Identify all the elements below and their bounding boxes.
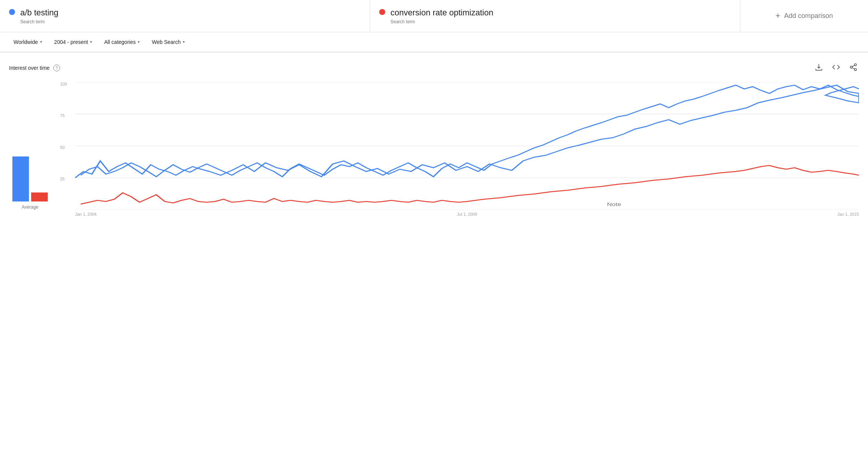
average-bars [12, 156, 48, 201]
download-button[interactable] [813, 62, 824, 75]
svg-line-4 [852, 65, 854, 67]
geo-filter-label: Worldwide [14, 39, 38, 45]
share-button[interactable] [848, 62, 859, 75]
chart-title-area: Interest over time ? [9, 65, 60, 71]
time-filter-button[interactable]: 2004 - present ▾ [50, 37, 96, 47]
term2-text: conversion rate optimization Search term [390, 8, 493, 24]
chart-actions [813, 62, 859, 75]
time-filter-chevron-icon: ▾ [90, 40, 92, 44]
add-comparison-button[interactable]: + Add comparison [740, 0, 868, 32]
search-term-1: a/b testing Search term [0, 0, 370, 32]
chart-sidebar: Average [0, 82, 60, 225]
category-filter-label: All categories [104, 39, 136, 45]
y-label-100: 100 [60, 82, 75, 86]
interest-chart: Note [75, 82, 859, 210]
x-axis-labels: Jan 1, 2004 Jul 1, 2009 Jan 1, 2015 [60, 210, 859, 221]
term2-name: conversion rate optimization [390, 8, 493, 18]
embed-button[interactable] [830, 62, 842, 75]
term1-name: a/b testing [20, 8, 59, 18]
svg-point-0 [854, 63, 857, 66]
avg-bar-blue [12, 156, 29, 201]
term1-text: a/b testing Search term [20, 8, 59, 24]
search-term-2: conversion rate optimization Search term [370, 0, 740, 32]
search-type-filter-chevron-icon: ▾ [183, 40, 185, 44]
y-label-75: 75 [60, 114, 75, 118]
search-type-filter-button[interactable]: Web Search ▾ [147, 37, 189, 47]
chart-main: 100 75 50 25 [60, 82, 859, 225]
chart-section: Interest over time ? [0, 53, 868, 225]
chart-title: Interest over time [9, 65, 50, 71]
x-label-2015: Jan 1, 2015 [837, 212, 859, 221]
svg-point-2 [854, 68, 857, 71]
add-comparison-label: Add comparison [784, 12, 833, 20]
svg-line-3 [852, 68, 854, 69]
note-text: Note [607, 202, 621, 207]
term2-dot [379, 9, 385, 15]
chart-container: Average 100 75 50 25 [0, 82, 868, 225]
category-filter-chevron-icon: ▾ [138, 40, 140, 44]
search-type-filter-label: Web Search [152, 39, 181, 45]
y-label-50: 50 [60, 146, 75, 150]
geo-filter-button[interactable]: Worldwide ▾ [9, 37, 47, 47]
search-terms-bar: a/b testing Search term conversion rate … [0, 0, 868, 32]
plus-icon: + [776, 11, 781, 21]
svg-point-1 [850, 66, 853, 68]
chart-header: Interest over time ? [0, 62, 868, 82]
term1-dot [9, 9, 15, 15]
geo-filter-chevron-icon: ▾ [40, 40, 42, 44]
y-label-25: 25 [60, 177, 75, 181]
term2-label: Search term [390, 19, 493, 24]
help-icon[interactable]: ? [53, 65, 60, 71]
time-filter-label: 2004 - present [54, 39, 88, 45]
category-filter-button[interactable]: All categories ▾ [99, 37, 144, 47]
average-label: Average [22, 204, 38, 210]
x-label-2009: Jul 1, 2009 [457, 212, 477, 221]
filters-bar: Worldwide ▾ 2004 - present ▾ All categor… [0, 32, 868, 53]
avg-bar-red [31, 192, 48, 201]
x-label-2004: Jan 1, 2004 [75, 212, 97, 221]
term1-label: Search term [20, 19, 59, 24]
